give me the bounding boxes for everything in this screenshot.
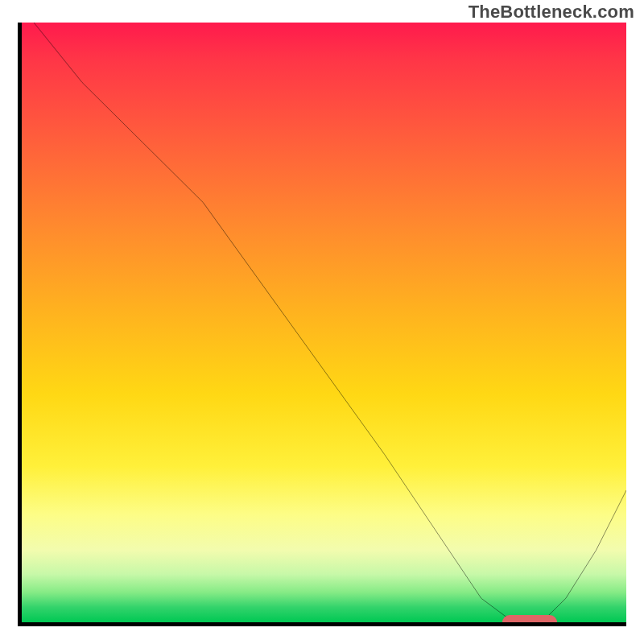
plot-area xyxy=(18,23,626,626)
bottleneck-curve xyxy=(22,23,626,622)
optimal-range-marker xyxy=(502,615,557,626)
chart-canvas: TheBottleneck.com xyxy=(0,0,644,644)
watermark-text: TheBottleneck.com xyxy=(469,2,634,23)
